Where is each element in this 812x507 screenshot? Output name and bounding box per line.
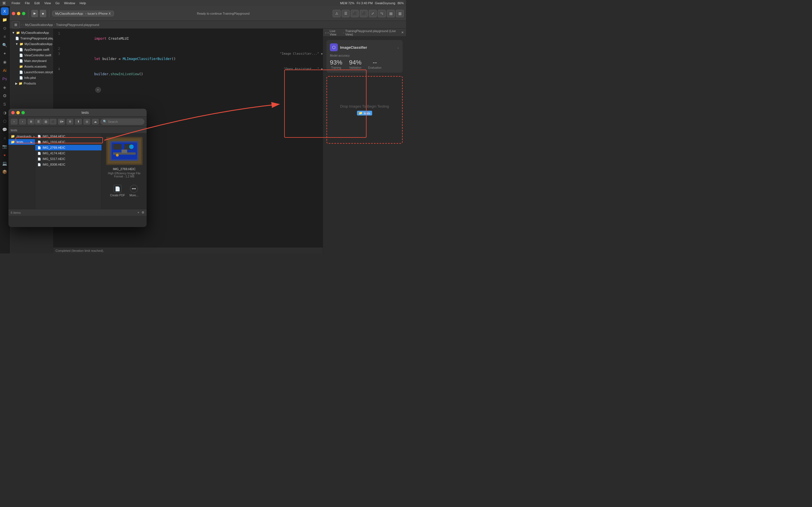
icloud-btn[interactable]: ☁ bbox=[92, 119, 99, 124]
finder-max-btn[interactable] bbox=[21, 111, 25, 114]
menubar-help[interactable]: Help bbox=[80, 1, 86, 5]
build-status: Ready to continue TrainingPlayground bbox=[116, 12, 331, 15]
share-btn[interactable]: ⬆ bbox=[75, 119, 82, 124]
nav-breadcrumb-playground[interactable]: TrainingPlayground.playground bbox=[56, 23, 99, 26]
bottom-bar-plus[interactable]: + bbox=[138, 211, 139, 214]
finder-search-bar[interactable]: 🔍 Search bbox=[100, 119, 144, 125]
dock-icon-2[interactable]: ⊙ bbox=[1, 24, 9, 32]
close-button[interactable] bbox=[12, 12, 15, 15]
filename-4174: IMG_4174.HEIC bbox=[43, 152, 65, 155]
expand-btn[interactable]: ✕ bbox=[401, 31, 404, 34]
gallery-view-btn[interactable]: ⬛ bbox=[50, 119, 56, 124]
file-appdelegate[interactable]: 📄 AppDelegate.swift bbox=[10, 47, 53, 52]
dock-photoshop[interactable]: Ps bbox=[1, 75, 9, 83]
file-myclassapp[interactable]: ▼ 📁 MyClassificationApp bbox=[10, 41, 53, 47]
tests-label: tests bbox=[17, 140, 23, 144]
version-toggle[interactable]: ⥃ bbox=[378, 10, 386, 17]
finder-min-btn[interactable] bbox=[16, 111, 20, 114]
sort-btn[interactable]: ⊞▾ bbox=[58, 119, 65, 124]
file-root[interactable]: ▼ 📁 MyClassificationApp bbox=[10, 30, 53, 36]
menubar-file[interactable]: File bbox=[25, 1, 30, 5]
drop-zone[interactable]: Drop Images To Begin Testing 📁 tests bbox=[326, 76, 403, 144]
dock-icon-5[interactable]: ✦ bbox=[1, 50, 9, 57]
dock-xcode[interactable]: X bbox=[1, 7, 9, 15]
finder-file-5317[interactable]: 📄 IMG_5317.HEIC bbox=[35, 156, 101, 162]
nav-back-btn[interactable]: ‹ bbox=[325, 31, 326, 34]
nav-forward-btn[interactable]: › bbox=[327, 31, 329, 34]
column-view-btn[interactable]: ▥ bbox=[42, 119, 49, 124]
dock-icon-19[interactable]: 📦 bbox=[1, 168, 9, 176]
finder-file-2769[interactable]: 📄 IMG_2769.HEIC bbox=[35, 145, 101, 151]
launchscreen-icon: 📄 bbox=[19, 70, 23, 74]
minimize-button[interactable] bbox=[17, 12, 20, 15]
battery-display: 86% bbox=[398, 1, 404, 5]
file-training-playground[interactable]: 📄 TrainingPlayground.playground bbox=[10, 36, 53, 41]
code-line-5: ▶ bbox=[53, 82, 323, 98]
line-num-4: 4 bbox=[53, 66, 63, 82]
dock-icon-16[interactable]: 📷 bbox=[1, 143, 9, 151]
navigator-toggle[interactable]: ☰ bbox=[342, 10, 350, 17]
preview-image bbox=[106, 137, 143, 165]
dock-illustrator[interactable]: Ai bbox=[1, 66, 9, 74]
icon-view-btn[interactable]: ⊞ bbox=[28, 119, 35, 124]
create-pdf-btn[interactable]: 📄 Create PDF bbox=[110, 185, 125, 197]
menubar-edit[interactable]: Edit bbox=[35, 1, 40, 5]
bottom-bar-filter[interactable]: ⚙ bbox=[142, 211, 144, 214]
finder-back-btn[interactable]: ‹ bbox=[11, 119, 17, 124]
nav-breadcrumb-app[interactable]: MyClassificationApp bbox=[25, 23, 53, 26]
dock-icon-9[interactable]: ◈ bbox=[1, 83, 9, 91]
file-products[interactable]: ▶ 📁 Products bbox=[10, 80, 53, 86]
finder-downloads-folder[interactable]: 📁 downloads ▶ bbox=[8, 133, 35, 139]
tag-btn[interactable]: ◎ bbox=[84, 119, 90, 124]
dock-icon-10[interactable]: ✪ bbox=[1, 92, 9, 100]
filename-2769: IMG_2769.HEIC bbox=[43, 146, 65, 149]
file-infoplist[interactable]: 📄 Info.plist bbox=[10, 75, 53, 80]
classifier-chevron-icon[interactable]: ⌄ bbox=[397, 46, 399, 49]
dock-sketch[interactable]: S bbox=[1, 100, 9, 108]
path-label: tests bbox=[11, 128, 17, 132]
finder-file-8308[interactable]: 📄 IMG_8308.HEIC bbox=[35, 162, 101, 167]
dock-icon-13[interactable]: ⬡ bbox=[1, 117, 9, 125]
play-run-btn[interactable]: ▶ bbox=[95, 87, 101, 93]
menubar-window[interactable]: Window bbox=[64, 1, 75, 5]
scheme-selector[interactable]: MyClassificationApp › tucan's iPhone X bbox=[52, 11, 114, 16]
stop-button[interactable]: ■ bbox=[40, 10, 46, 17]
dock-icon-12[interactable]: ◑ bbox=[1, 109, 9, 117]
dock-icon-3[interactable]: ≡ bbox=[1, 33, 9, 41]
dock-icon-15[interactable]: ♫ bbox=[1, 134, 9, 142]
inspector-toggle[interactable]: ⬛ bbox=[360, 10, 368, 17]
finder-close-btn[interactable] bbox=[11, 111, 15, 114]
file-viewcontroller[interactable]: 📄 ViewController.swift bbox=[10, 52, 53, 58]
dock-icon-14[interactable]: 💬 bbox=[1, 126, 9, 133]
finder-file-4174[interactable]: 📄 IMG_4174.HEIC bbox=[35, 151, 101, 156]
menubar-view[interactable]: View bbox=[44, 1, 51, 5]
dock-icon-17[interactable]: ● bbox=[1, 151, 9, 159]
run-button[interactable]: ▶ bbox=[31, 10, 38, 17]
dock-icon-6[interactable]: ◉ bbox=[1, 58, 9, 66]
finder-tests-folder[interactable]: 📁 tests ▶ bbox=[8, 139, 35, 145]
finder-file-0044[interactable]: 📄 IMG_0044.HEIC bbox=[35, 133, 101, 139]
nav-collapse-btn[interactable]: ⊞ bbox=[12, 21, 20, 29]
file-launchscreen[interactable]: 📄 LaunchScreen.storyboard bbox=[10, 69, 53, 75]
finder-content: 📁 downloads ▶ 📁 tests ▶ 📄 IMG_0044.HEIC … bbox=[8, 133, 147, 209]
debug-toggle[interactable]: ⬛ bbox=[351, 10, 359, 17]
dock-finder[interactable]: 📁 bbox=[1, 16, 9, 24]
finder-fwd-btn[interactable]: › bbox=[19, 119, 26, 124]
layout-toggle-2[interactable]: ▥ bbox=[396, 10, 404, 17]
finder-file-1916[interactable]: 📄 IMG_1916.HEIC bbox=[35, 139, 101, 145]
assistant-toggle[interactable]: ⤢ bbox=[369, 10, 377, 17]
warnings-icon[interactable]: ⚠ bbox=[333, 10, 341, 17]
menubar-finder[interactable]: Finder bbox=[11, 1, 20, 5]
dock-icon-18[interactable]: 💻 bbox=[1, 159, 9, 167]
action-btn[interactable]: ⚙ bbox=[66, 119, 73, 124]
layout-toggle-1[interactable]: ▤ bbox=[387, 10, 395, 17]
file-mainstoryboard[interactable]: 📄 Main.storyboard bbox=[10, 58, 53, 64]
menubar-go[interactable]: Go bbox=[56, 1, 60, 5]
dock-icon-4[interactable]: 🔍 bbox=[1, 41, 9, 49]
apple-menu[interactable]: ⌘ bbox=[2, 1, 6, 5]
list-view-btn[interactable]: ☰ bbox=[35, 119, 42, 124]
maximize-button[interactable] bbox=[22, 12, 26, 15]
more-btn[interactable]: ••• More... bbox=[130, 185, 138, 197]
file-myclassapp-label: MyClassificationApp bbox=[24, 42, 52, 46]
file-assets[interactable]: 📁 Assets.xcassets bbox=[10, 64, 53, 69]
